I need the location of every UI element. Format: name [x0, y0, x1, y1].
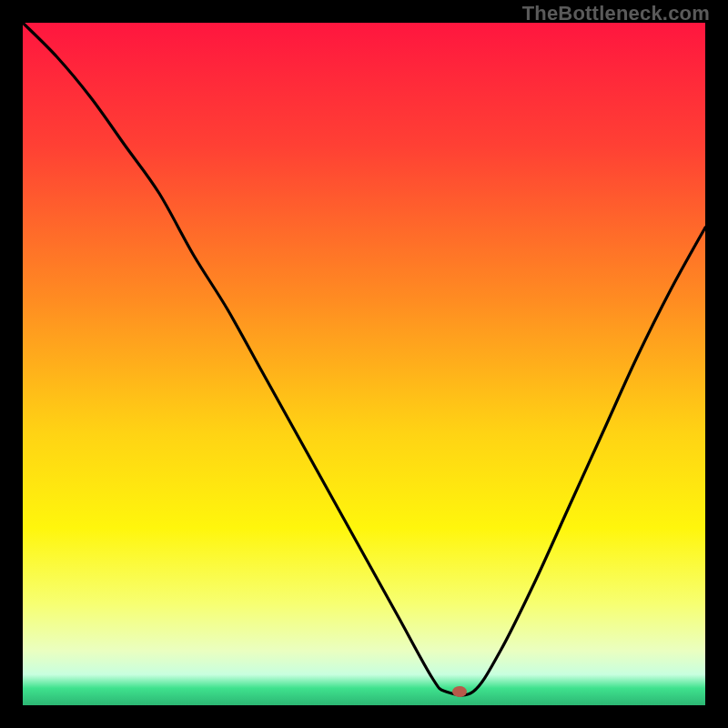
chart-frame: TheBottleneck.com [0, 0, 728, 728]
plot-area [23, 23, 705, 705]
chart-svg [23, 23, 705, 705]
background-gradient [23, 23, 705, 705]
minimum-marker [452, 686, 467, 697]
